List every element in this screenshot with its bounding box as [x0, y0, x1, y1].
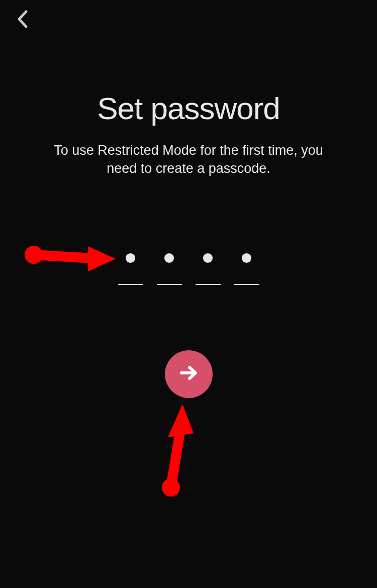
passcode-underline — [157, 284, 182, 285]
passcode-dot-icon — [203, 253, 213, 263]
passcode-underline — [196, 284, 221, 285]
passcode-underline — [234, 284, 259, 285]
chevron-left-icon — [16, 10, 29, 31]
svg-line-4 — [171, 432, 180, 487]
passcode-dot-icon — [126, 253, 135, 263]
next-button[interactable] — [165, 350, 213, 398]
passcode-input[interactable] — [118, 253, 259, 285]
svg-marker-5 — [168, 404, 194, 437]
passcode-digit-4[interactable] — [234, 253, 259, 285]
passcode-digit-3[interactable] — [196, 253, 221, 285]
passcode-dot-icon — [242, 253, 251, 263]
svg-point-3 — [162, 478, 180, 497]
page-title: Set password — [97, 90, 280, 126]
passcode-digit-2[interactable] — [157, 253, 182, 285]
content-area: Set password To use Restricted Mode for … — [0, 0, 377, 398]
arrow-right-icon — [177, 362, 200, 386]
page-subtitle: To use Restricted Mode for the first tim… — [38, 141, 339, 178]
passcode-underline — [118, 284, 143, 285]
passcode-digit-1[interactable] — [118, 253, 143, 285]
annotation-arrow-2 — [156, 402, 201, 505]
back-button[interactable] — [13, 10, 33, 30]
passcode-dot-icon — [164, 253, 174, 263]
